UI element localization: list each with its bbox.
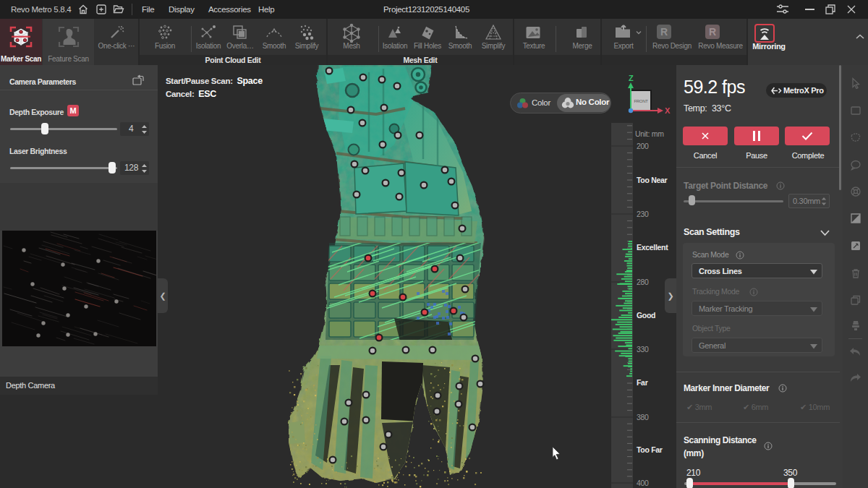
svg-text:Z: Z [629, 74, 634, 82]
svg-text:X: X [665, 106, 671, 115]
